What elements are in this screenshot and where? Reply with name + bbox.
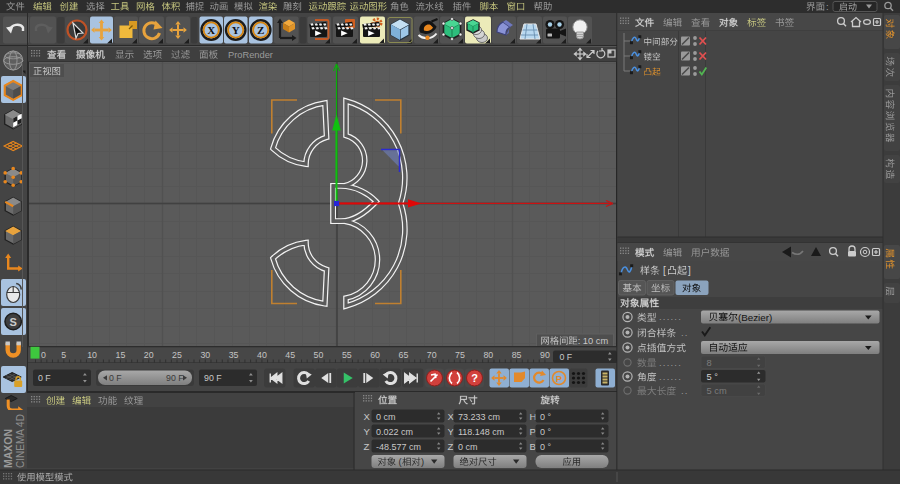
svg-text:25: 25 (172, 350, 182, 360)
svg-text:Z: Z (448, 441, 454, 452)
svg-text:......: ...... (659, 371, 682, 382)
svg-text:MAXON: MAXON (2, 429, 14, 468)
svg-text:5 cm: 5 cm (707, 386, 727, 396)
svg-text:0 °: 0 ° (540, 412, 552, 422)
svg-text:40: 40 (257, 350, 267, 360)
svg-text:0 F: 0 F (560, 352, 573, 362)
svg-text:0.022 cm: 0.022 cm (376, 427, 413, 437)
svg-text:[: [ (663, 265, 666, 276)
svg-text:H: H (530, 411, 537, 422)
svg-text:5 °: 5 ° (707, 372, 719, 382)
svg-text:20: 20 (144, 350, 154, 360)
svg-text:..: .. (681, 327, 689, 338)
svg-text:45: 45 (285, 350, 295, 360)
svg-text:?: ? (471, 372, 478, 384)
svg-text:0: 0 (41, 350, 46, 360)
svg-text:Y: Y (448, 426, 455, 437)
svg-text:Y: Y (232, 24, 240, 36)
svg-text:X: X (364, 411, 371, 422)
svg-text:P: P (530, 426, 536, 437)
svg-text:75: 75 (455, 350, 465, 360)
svg-text:X: X (207, 24, 215, 36)
svg-text:: 10 cm: : 10 cm (578, 336, 609, 346)
svg-text:B: B (530, 441, 536, 452)
svg-text:......: ...... (659, 311, 682, 322)
svg-text:Z: Z (364, 441, 370, 452)
svg-text:Y: Y (364, 426, 371, 437)
svg-text:55: 55 (342, 350, 352, 360)
svg-text:10: 10 (87, 350, 97, 360)
svg-text:50: 50 (314, 350, 324, 360)
svg-text:15: 15 (116, 350, 126, 360)
svg-text:35: 35 (229, 350, 239, 360)
svg-text:65: 65 (399, 350, 409, 360)
svg-text:-48.577 cm: -48.577 cm (376, 442, 421, 452)
svg-text:0 °: 0 ° (540, 427, 552, 437)
svg-text:0 cm: 0 cm (376, 412, 396, 422)
svg-text:70: 70 (427, 350, 437, 360)
svg-text:]: ] (688, 265, 691, 276)
svg-text:30: 30 (200, 350, 210, 360)
svg-text:85: 85 (512, 350, 522, 360)
svg-text:..: .. (681, 385, 689, 396)
svg-text:0 F: 0 F (109, 373, 122, 383)
svg-text:0 cm: 0 cm (458, 442, 478, 452)
svg-text:0 °: 0 ° (540, 442, 552, 452)
svg-text:CINEMA 4D: CINEMA 4D (15, 414, 26, 468)
svg-text:90 F: 90 F (166, 373, 184, 383)
svg-text:90 F: 90 F (204, 373, 222, 383)
svg-text::: : (826, 1, 829, 12)
svg-text:60: 60 (370, 350, 380, 360)
svg-text:X: X (448, 411, 455, 422)
svg-text:8: 8 (707, 358, 712, 368)
svg-text:73.233 cm: 73.233 cm (458, 412, 500, 422)
svg-text:80: 80 (483, 350, 493, 360)
svg-text:ProRender: ProRender (228, 50, 273, 60)
svg-text:P: P (556, 373, 563, 384)
svg-text:S: S (10, 316, 17, 328)
svg-text:0 F: 0 F (38, 373, 51, 383)
svg-text:5: 5 (61, 350, 66, 360)
svg-text:Z: Z (257, 24, 264, 36)
svg-text:90: 90 (540, 350, 550, 360)
svg-text:): ) (421, 457, 424, 467)
svg-text:......: ...... (659, 357, 682, 368)
svg-text:118.148 cm: 118.148 cm (458, 427, 504, 437)
svg-text:(Bezier): (Bezier) (738, 312, 772, 323)
